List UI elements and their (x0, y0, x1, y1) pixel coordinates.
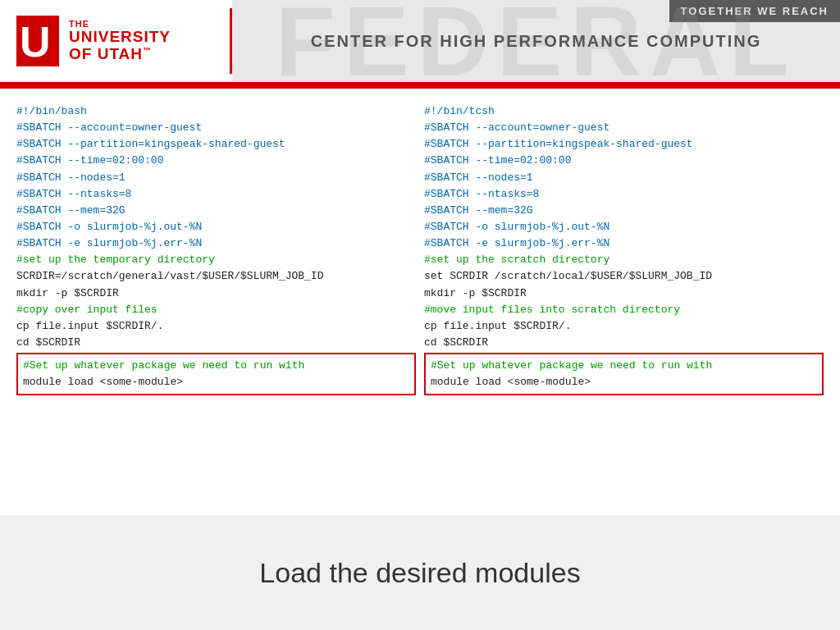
left-line-12: mkdir -p $SCRDIR (16, 285, 416, 302)
code-columns: #!/bin/bash #SBATCH --account=owner-gues… (16, 103, 824, 395)
right-line-12: mkdir -p $SCRDIR (424, 285, 824, 302)
bottom-section: Load the desired modules (0, 515, 840, 630)
left-line-2: #SBATCH --account=owner-guest (16, 120, 416, 136)
left-highlight-line2: module load <some-module> (23, 374, 409, 390)
logo-of-utah: OF UTAH™ (69, 46, 171, 63)
header: TOGETHER WE REACH U THE UNIVERSITY OF UT… (0, 0, 840, 82)
right-line-4: #SBATCH --time=02:00:00 (424, 153, 824, 169)
right-line-6: #SBATCH --ntasks=8 (424, 186, 824, 203)
right-line-13: #move input files into scratch directory (424, 302, 824, 318)
logo-section: U THE UNIVERSITY OF UTAH™ (0, 0, 230, 82)
bottom-title: Load the desired modules (259, 557, 580, 589)
left-line-4: #SBATCH --time=02:00:00 (16, 153, 416, 169)
right-line-8: #SBATCH -o slurmjob-%j.out-%N (424, 219, 824, 235)
header-title-section: FEDERAL CENTER FOR HIGH PERFORMANCE COMP… (232, 0, 840, 82)
left-line-13: #copy over input files (16, 302, 416, 318)
left-code-column: #!/bin/bash #SBATCH --account=owner-gues… (16, 103, 416, 395)
right-line-7: #SBATCH --mem=32G (424, 203, 824, 219)
left-line-15: cd $SCRDIR (16, 335, 416, 351)
right-line-5: #SBATCH --nodes=1 (424, 170, 824, 186)
left-line-6: #SBATCH --ntasks=8 (16, 186, 416, 203)
red-bar (0, 82, 840, 89)
right-highlight-line2: module load <some-module> (431, 374, 817, 390)
logo-text: THE UNIVERSITY OF UTAH™ (69, 19, 171, 63)
logo-university: UNIVERSITY (69, 29, 171, 46)
left-line-10: #set up the temporary directory (16, 252, 416, 268)
left-line-3: #SBATCH --partition=kingspeak-shared-gue… (16, 136, 416, 153)
left-line-7: #SBATCH --mem=32G (16, 203, 416, 219)
svg-text:U: U (20, 18, 51, 66)
right-highlighted-box: #Set up whatever package we need to run … (424, 353, 824, 395)
right-line-1: #!/bin/tcsh (424, 103, 824, 120)
right-line-3: #SBATCH --partition=kingspeak-shared-gue… (424, 136, 824, 153)
right-line-2: #SBATCH --account=owner-guest (424, 120, 824, 136)
main-content: #!/bin/bash #SBATCH --account=owner-gues… (0, 89, 840, 515)
right-line-9: #SBATCH -e slurmjob-%j.err-%N (424, 235, 824, 252)
right-highlight-line1: #Set up whatever package we need to run … (431, 358, 817, 374)
u-logo-icon: U (16, 16, 59, 66)
right-line-11: set SCRDIR /scratch/local/$USER/$SLURM_J… (424, 268, 824, 285)
left-highlight-line1: #Set up whatever package we need to run … (23, 358, 409, 374)
left-line-9: #SBATCH -e slurmjob-%j.err-%N (16, 235, 416, 252)
right-line-15: cd $SCRDIR (424, 335, 824, 351)
right-line-14: cp file.input $SCRDIR/. (424, 318, 824, 335)
center-title: CENTER FOR HIGH PERFORMANCE COMPUTING (311, 32, 762, 51)
left-line-11: SCRDIR=/scratch/general/vast/$USER/$SLUR… (16, 268, 416, 285)
right-line-10: #set up the scratch directory (424, 252, 824, 268)
left-line-8: #SBATCH -o slurmjob-%j.out-%N (16, 219, 416, 235)
left-line-1: #!/bin/bash (16, 103, 416, 120)
right-code-column: #!/bin/tcsh #SBATCH --account=owner-gues… (424, 103, 824, 395)
left-line-14: cp file.input $SCRDIR/. (16, 318, 416, 335)
left-line-5: #SBATCH --nodes=1 (16, 170, 416, 186)
left-highlighted-box: #Set up whatever package we need to run … (16, 353, 416, 395)
